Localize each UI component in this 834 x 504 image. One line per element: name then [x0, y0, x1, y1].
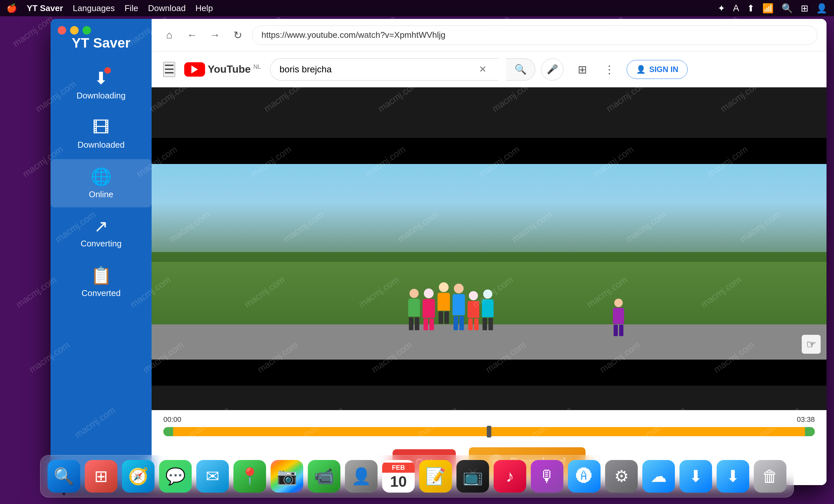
video-container[interactable]: ☞ [152, 87, 827, 410]
dock-item-syspreferences[interactable]: ⚙ [605, 460, 638, 492]
yt-signin-label: SIGN IN [649, 65, 678, 74]
appletv-icon: 📺 [463, 467, 483, 486]
dock-item-appletv[interactable]: 📺 [457, 460, 489, 492]
yt-grid-button[interactable]: ⊞ [572, 60, 592, 79]
yt-more-button[interactable]: ⋮ [601, 61, 617, 78]
menubar: 🍎 YT Saver Languages File Download Help … [0, 0, 834, 16]
yt-mic-button[interactable]: 🎤 [541, 58, 564, 81]
yt-signin-button[interactable]: 👤 SIGN IN [627, 60, 687, 79]
dock-item-calendar[interactable]: FEB 10 [382, 460, 415, 492]
video-bottom-bar [152, 359, 827, 386]
url-bar[interactable] [252, 25, 817, 45]
scrubber-track[interactable] [163, 427, 815, 436]
dock-item-finder[interactable]: 🔍 [48, 460, 80, 492]
app-title: YT Saver [72, 35, 130, 51]
refresh-button[interactable]: ↻ [229, 27, 246, 44]
person-3 [438, 282, 450, 324]
scrubber-left-handle[interactable] [163, 427, 173, 436]
person-2 [422, 288, 435, 330]
yt-logo-text: YouTube [208, 63, 251, 75]
home-button[interactable]: ⌂ [161, 27, 178, 44]
sidebar-item-online[interactable]: 🌐 Online [50, 159, 152, 207]
forward-button[interactable]: → [206, 27, 223, 44]
dock-item-downloader[interactable]: ⬇ [679, 460, 712, 492]
menubar-download[interactable]: Download [148, 3, 186, 13]
menubar-search-icon[interactable]: 🔍 [782, 3, 793, 14]
converting-icon: ↗ [94, 217, 108, 236]
music-icon: ♪ [506, 467, 514, 486]
dock-item-downloader2[interactable]: ⬇ [717, 460, 749, 492]
browser-bar: ⌂ ← → ↻ [152, 19, 827, 51]
timeline-area: 00:00 03:38 [152, 410, 827, 441]
window-controls [58, 26, 91, 35]
yt-logo-icon [184, 62, 205, 76]
maximize-button[interactable] [83, 26, 91, 35]
yt-search-input[interactable] [270, 58, 499, 81]
menubar-icon-2: A [733, 3, 739, 13]
dock-item-icloud[interactable]: ☁ [642, 460, 675, 492]
icloud-icon: ☁ [651, 467, 667, 486]
youtube-area: ☰ YouTube NL ✕ 🔍 🎤 ⊞ ⋮ 👤 SIGN IN [152, 51, 827, 485]
scrubber-right-handle[interactable] [805, 427, 815, 436]
main-content: ⌂ ← → ↻ ☰ YouTube NL ✕ 🔍 [152, 19, 827, 485]
yt-signin-user-icon: 👤 [636, 65, 646, 74]
yt-menu-button[interactable]: ☰ [163, 62, 175, 77]
menubar-user-icon[interactable]: 👤 [816, 3, 828, 14]
dock: 🔍 ⊞ 🧭 💬 ✉ 📍 📷 📹 👤 FEB 10 📝 📺 [40, 455, 794, 498]
sidebar-item-converting[interactable]: ↗ Converting [50, 209, 152, 257]
dock-item-notes[interactable]: 📝 [419, 460, 452, 492]
messages-icon: 💬 [165, 467, 185, 486]
sidebar-item-downloaded[interactable]: 🎞 Downloaded [50, 110, 152, 158]
menubar-app-name[interactable]: YT Saver [27, 3, 63, 13]
menubar-help[interactable]: Help [196, 3, 213, 13]
sidebar-item-online-label: Online [89, 190, 113, 199]
time-labels: 00:00 03:38 [163, 415, 815, 424]
dock-item-facetime[interactable]: 📹 [308, 460, 341, 492]
sidebar-item-converting-label: Converting [81, 239, 122, 249]
trees-bg [152, 203, 827, 262]
apple-menu[interactable]: 🍎 [6, 3, 17, 13]
mail-icon: ✉ [206, 467, 219, 486]
dock-item-contacts[interactable]: 👤 [345, 460, 377, 492]
scrubber-playhead[interactable] [487, 426, 491, 438]
minimize-button[interactable] [70, 26, 79, 35]
menubar-languages[interactable]: Languages [73, 3, 115, 13]
sidebar-item-converted[interactable]: 📋 Converted [50, 258, 152, 306]
downloading-icon: ⬇ [94, 68, 108, 88]
dock-item-launchpad[interactable]: ⊞ [85, 460, 117, 492]
yt-search-clear-button[interactable]: ✕ [479, 64, 486, 75]
dock-item-trash[interactable]: 🗑 [754, 460, 786, 492]
person-4 [453, 284, 465, 330]
syspreferences-icon: ⚙ [614, 467, 629, 486]
calendar-day: 10 [390, 473, 407, 490]
menubar-icon-3: ⬆ [747, 3, 754, 14]
menubar-control-icon[interactable]: ⊞ [801, 3, 808, 14]
dock-item-appstore[interactable]: 🅐 [568, 460, 600, 492]
dock-item-podcasts[interactable]: 🎙 [531, 460, 564, 492]
notes-icon: 📝 [425, 467, 446, 486]
downloaded-icon: 🎞 [93, 118, 110, 137]
dock-item-mail[interactable]: ✉ [196, 460, 229, 492]
trash-icon: 🗑 [762, 467, 778, 486]
yt-search-button[interactable]: 🔍 [506, 58, 535, 81]
person-6 [482, 289, 493, 330]
video-frame: ☞ [152, 138, 827, 359]
close-button[interactable] [58, 26, 66, 35]
sidebar-item-downloading[interactable]: ⬇ Downloading [50, 61, 152, 109]
time-end: 03:38 [797, 415, 815, 424]
dock-item-safari[interactable]: 🧭 [122, 460, 155, 492]
launchpad-icon: ⊞ [94, 467, 108, 486]
cursor-icon: ☞ [802, 335, 821, 354]
finder-icon: 🔍 [54, 467, 74, 486]
menubar-file[interactable]: File [125, 3, 138, 13]
back-button[interactable]: ← [183, 27, 200, 44]
dock-item-photos[interactable]: 📷 [270, 460, 303, 492]
dock-item-messages[interactable]: 💬 [159, 460, 192, 492]
menubar-right: ✦ A ⬆ 📶 🔍 ⊞ 👤 [718, 3, 828, 14]
yt-search-container: ✕ 🔍 🎤 [270, 58, 564, 81]
finder-dot [63, 492, 65, 495]
dock-item-maps[interactable]: 📍 [234, 460, 266, 492]
person-7 [613, 299, 624, 336]
dock-item-music[interactable]: ♪ [493, 460, 526, 492]
yt-header: ☰ YouTube NL ✕ 🔍 🎤 ⊞ ⋮ 👤 SIGN IN [152, 51, 827, 87]
